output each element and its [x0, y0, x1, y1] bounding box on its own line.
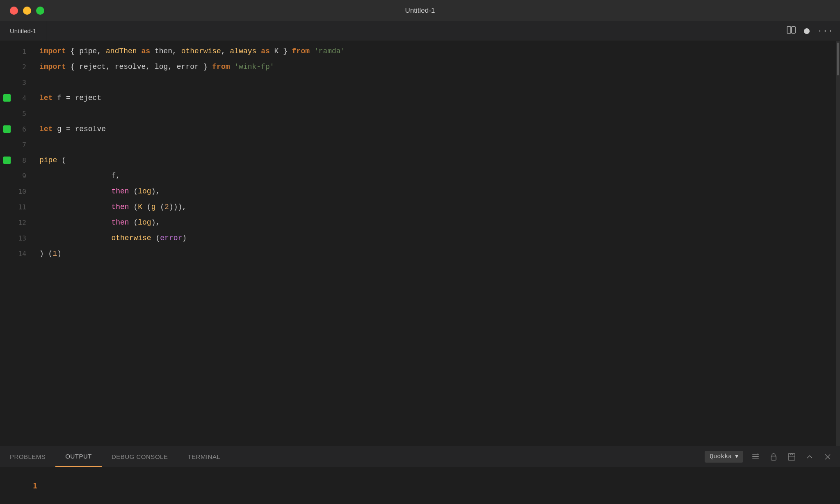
output-line-1: 1 — [33, 481, 37, 490]
fn-pipe: pipe — [39, 156, 57, 164]
line-num-8: 8 — [15, 157, 26, 164]
gutter-row-8: 8 — [0, 152, 33, 168]
keyword-from-2: from — [212, 63, 230, 71]
tab-problems-label: PROBLEMS — [10, 453, 46, 460]
chevron-up-icon[interactable] — [804, 451, 815, 463]
svg-rect-4 — [752, 458, 759, 459]
tab-actions: ··· — [787, 21, 833, 41]
output-source-label: Quokka — [710, 453, 732, 460]
code-line-4: let f = reject — [33, 90, 840, 106]
gutter-row-2: 2 — [0, 59, 33, 75]
gutter-row-5: 5 — [0, 106, 33, 121]
keyword-as-1: as — [141, 47, 150, 55]
output-number: 1 — [33, 481, 37, 490]
tab-terminal[interactable]: TERMINAL — [178, 446, 230, 467]
editor-tab[interactable]: Untitled-1 — [0, 21, 46, 41]
gutter-row-12: 12 — [0, 215, 33, 230]
arg-K: K — [138, 203, 142, 211]
split-editor-icon[interactable] — [787, 26, 796, 36]
panel-tab-actions: Quokka ▼ — [705, 446, 833, 467]
svg-rect-0 — [787, 27, 791, 33]
minimize-button[interactable] — [23, 7, 31, 15]
more-actions-button[interactable]: ··· — [818, 27, 833, 35]
keyword-let-2: let — [39, 125, 52, 133]
tab-output[interactable]: OUTPUT — [55, 446, 102, 467]
gutter-row-1: 1 — [0, 43, 33, 59]
gutter-row-7: 7 — [0, 137, 33, 152]
line-num-4: 4 — [15, 94, 26, 102]
close-button[interactable] — [10, 7, 18, 15]
fullscreen-button[interactable] — [36, 7, 44, 15]
tab-debug-console[interactable]: DEBUG CONSOLE — [102, 446, 178, 467]
gutter-row-9: 9 — [0, 168, 33, 184]
output-area: 1 — [0, 468, 840, 504]
line-num-13: 13 — [15, 234, 26, 242]
fn-always: always — [230, 47, 257, 55]
line-num-9: 9 — [15, 172, 26, 180]
editor-scrollbar[interactable] — [836, 41, 840, 446]
string-winkfp: 'wink-fp' — [234, 63, 274, 71]
title-bar: Untitled-1 — [0, 0, 840, 21]
output-source-dropdown[interactable]: Quokka ▼ — [705, 451, 743, 463]
panel-tabs-bar: PROBLEMS OUTPUT DEBUG CONSOLE TERMINAL Q… — [0, 446, 840, 468]
gutter-row-14: 14 — [0, 246, 33, 261]
arg-g: g — [151, 203, 156, 211]
line-num-7: 7 — [15, 141, 26, 149]
line-num-11: 11 — [15, 203, 26, 211]
line-num-3: 3 — [15, 79, 26, 86]
breakpoint-dot-8 — [3, 157, 11, 164]
fn-then-1: then — [111, 187, 129, 195]
gutter-row-6: 6 — [0, 121, 33, 137]
code-line-6: let g = resolve — [33, 121, 840, 137]
fn-otherwise-2: otherwise — [111, 234, 151, 242]
gutter-row-11: 11 — [0, 199, 33, 215]
tab-label: Untitled-1 — [10, 27, 36, 34]
tab-debug-console-label: DEBUG CONSOLE — [112, 453, 168, 460]
keyword-as-2: as — [261, 47, 270, 55]
window-title: Untitled-1 — [405, 7, 435, 15]
clear-output-icon[interactable] — [750, 451, 761, 463]
fn-otherwise-1: otherwise — [181, 47, 221, 55]
code-line-2: import { reject, resolve, log, error } f… — [33, 59, 840, 75]
code-line-7 — [33, 137, 840, 152]
keyword-let-1: let — [39, 94, 52, 102]
arg-error: error — [160, 234, 182, 242]
code-line-3 — [33, 75, 840, 90]
svg-rect-6 — [771, 456, 776, 460]
code-line-8: pipe ( — [33, 152, 840, 168]
breakpoint-dot-6 — [3, 125, 11, 133]
number-1: 1 — [52, 250, 57, 258]
traffic-lights — [10, 7, 44, 15]
tab-bar: Untitled-1 ··· — [0, 21, 840, 41]
expand-panel-icon[interactable] — [786, 451, 797, 463]
close-panel-icon[interactable] — [822, 451, 833, 463]
fn-andThen: andThen — [106, 47, 137, 55]
keyword-import-1: import — [39, 47, 66, 55]
line-num-6: 6 — [15, 125, 26, 133]
gutter-row-3: 3 — [0, 75, 33, 90]
arg-log-1: log — [138, 187, 151, 195]
gutter-row-13: 13 — [0, 230, 33, 246]
arg-log-2: log — [138, 218, 151, 227]
line-gutter: 1 2 3 4 5 6 7 8 9 10 — [0, 41, 33, 446]
scrollbar-thumb[interactable] — [837, 43, 839, 75]
unsaved-indicator — [804, 28, 810, 34]
svg-line-5 — [758, 454, 758, 454]
breakpoint-dot-4 — [3, 94, 11, 102]
svg-rect-3 — [752, 456, 759, 457]
tab-problems[interactable]: PROBLEMS — [0, 446, 55, 467]
line-num-1: 1 — [15, 48, 26, 55]
keyword-from-1: from — [292, 47, 310, 55]
tab-terminal-label: TERMINAL — [187, 453, 220, 460]
svg-rect-2 — [752, 454, 759, 455]
dropdown-chevron-icon: ▼ — [735, 454, 738, 460]
fn-then-2: then — [111, 203, 129, 211]
keyword-import-2: import — [39, 63, 66, 71]
code-line-13: otherwise (error) — [33, 230, 840, 246]
lock-output-icon[interactable] — [768, 451, 779, 463]
line-num-5: 5 — [15, 110, 26, 118]
code-editor[interactable]: import { pipe, andThen as then, otherwis… — [33, 41, 840, 446]
gutter-row-4: 4 — [0, 90, 33, 106]
string-ramda: 'ramda' — [314, 47, 345, 55]
fn-then-3: then — [111, 218, 129, 227]
